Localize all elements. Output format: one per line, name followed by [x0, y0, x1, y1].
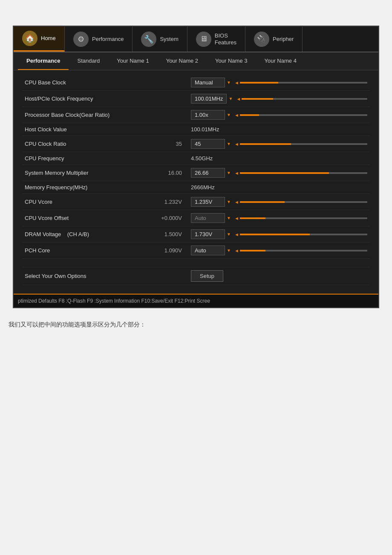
setting-label: CPU Vcore [22, 194, 150, 210]
nav-bios-features[interactable]: 🖥 BIOS Features [187, 26, 245, 52]
system-icon: 🔧 [141, 32, 156, 47]
performance-icon: ⚙ [73, 32, 89, 47]
value-display: Manual [191, 78, 225, 87]
setting-label: CPU Frequency [22, 152, 150, 165]
table-row: CPU Base Clock Manual ▼ ◄ [22, 75, 370, 91]
nav-home-label: Home [41, 35, 56, 42]
setting-value: 26.66 ▼ ◄ [188, 165, 370, 181]
value-display: Auto [191, 213, 225, 223]
nav-system[interactable]: 🔧 System [133, 26, 187, 52]
footer-paragraph: 我们又可以把中间的功能选项显示区分为几个部分： [9, 321, 383, 329]
content-tabs: Performance Standard Your Name 1 Your Na… [14, 52, 378, 70]
setup-button[interactable]: Setup [191, 270, 223, 282]
table-row-spacer [22, 259, 370, 267]
setting-label: Host/PCIe Clock Frequency [22, 91, 150, 107]
nav-system-label: System [160, 36, 178, 43]
select-label: Select Your Own Options [22, 267, 150, 285]
setting-label: Host Clock Value [22, 123, 150, 136]
setting-default: +0.000V [150, 210, 188, 226]
value-display: 1.235V [191, 197, 225, 207]
setting-label: System Memory Multiplier [22, 165, 150, 181]
setting-default [150, 267, 188, 285]
setting-label: Memory Frequency(MHz) [22, 181, 150, 194]
setting-value: 100.01MHz ▼ ◄ [188, 91, 370, 107]
top-nav: 🏠 Home ⚙ Performance 🔧 System 🖥 BIOS Fea… [14, 26, 378, 52]
setting-value: Auto ▼ ◄ [188, 210, 370, 226]
nav-home[interactable]: 🏠 Home [14, 26, 65, 52]
value-display: 45 [191, 139, 225, 149]
setting-label: PCH Core [22, 243, 150, 259]
table-row: Processor Base Clock(Gear Ratio) 1.00x ▼… [22, 107, 370, 123]
bottom-bar: ptimized Defaults F8 :Q-Flash F9 :System… [14, 294, 378, 307]
tab-performance[interactable]: Performance [18, 52, 69, 70]
setting-value: 1.730V ▼ ◄ [188, 226, 370, 243]
dropdown-icon[interactable]: ▼ [227, 171, 231, 175]
tab-your-name-3[interactable]: Your Name 3 [207, 52, 256, 70]
setting-default [150, 181, 188, 194]
setting-value: Setup [188, 267, 370, 285]
setting-default: 1.500V [150, 226, 188, 243]
setting-label: CPU Clock Ratio [22, 136, 150, 152]
setting-label: Processor Base Clock(Gear Ratio) [22, 107, 150, 123]
dropdown-icon[interactable]: ▼ [227, 232, 231, 237]
dropdown-icon[interactable]: ▼ [227, 113, 231, 117]
footer-text: 我们又可以把中间的功能选项显示区分为几个部分： [0, 321, 392, 329]
home-icon: 🏠 [22, 31, 37, 46]
dropdown-icon[interactable]: ▼ [227, 248, 231, 253]
table-row: CPU Clock Ratio 35 45 ▼ ◄ [22, 136, 370, 152]
dropdown-icon[interactable]: ▼ [227, 142, 231, 146]
setting-value: 2666MHz [188, 181, 370, 194]
setting-value: 45 ▼ ◄ [188, 136, 370, 152]
dropdown-icon[interactable]: ▼ [227, 216, 231, 220]
setting-default: 1.090V [150, 243, 188, 259]
bios-container: 🏠 Home ⚙ Performance 🔧 System 🖥 BIOS Fea… [13, 26, 379, 308]
table-row: Host/PCIe Clock Frequency 100.01MHz ▼ ◄ [22, 91, 370, 107]
nav-peripher-label: Peripher [273, 36, 294, 43]
main-content: CPU Base Clock Manual ▼ ◄ [14, 70, 378, 294]
table-row-select: Select Your Own Options Setup [22, 267, 370, 285]
value-readonly: 4.50GHz [191, 155, 213, 162]
table-row: DRAM Voltage (CH A/B) 1.500V 1.730V ▼ ◄ [22, 226, 370, 243]
tab-your-name-4[interactable]: Your Name 4 [256, 52, 305, 70]
tab-your-name-2[interactable]: Your Name 2 [158, 52, 207, 70]
table-row: CPU Frequency 4.50GHz [22, 152, 370, 165]
dropdown-icon[interactable]: ▼ [227, 199, 231, 204]
nav-performance-label: Performance [92, 36, 124, 43]
table-row: CPU Vcore Offset +0.000V Auto ▼ ◄ [22, 210, 370, 226]
table-row: Host Clock Value 100.01MHz [22, 123, 370, 136]
setting-default [150, 75, 188, 91]
setting-default [150, 107, 188, 123]
dropdown-icon[interactable]: ▼ [228, 96, 233, 101]
table-row: CPU Vcore 1.232V 1.235V ▼ ◄ [22, 194, 370, 210]
setting-label: DRAM Voltage (CH A/B) [22, 226, 150, 243]
setting-value: 1.235V ▼ ◄ [188, 194, 370, 210]
setting-default [150, 152, 188, 165]
tab-standard[interactable]: Standard [69, 52, 108, 70]
setting-label: CPU Base Clock [22, 75, 150, 91]
nav-performance[interactable]: ⚙ Performance [65, 26, 133, 52]
setting-default: 35 [150, 136, 188, 152]
table-row: Memory Frequency(MHz) 2666MHz [22, 181, 370, 194]
setting-default [150, 91, 188, 107]
value-display: 26.66 [191, 168, 225, 178]
setting-default [150, 123, 188, 136]
nav-peripher[interactable]: 🔌 Peripher [245, 26, 303, 52]
settings-table: CPU Base Clock Manual ▼ ◄ [22, 75, 370, 285]
table-row: System Memory Multiplier 16.00 26.66 ▼ ◄ [22, 165, 370, 181]
setting-value: 100.01MHz [188, 123, 370, 136]
setting-value: Manual ▼ ◄ [188, 75, 370, 91]
value-display: Auto [191, 246, 225, 255]
setting-value: Auto ▼ ◄ [188, 243, 370, 259]
bottom-bar-text: ptimized Defaults F8 :Q-Flash F9 :System… [18, 298, 210, 304]
setting-default: 1.232V [150, 194, 188, 210]
nav-bios-label2: Features [215, 39, 236, 46]
value-display: 1.00x [191, 110, 225, 120]
value-readonly: 100.01MHz [191, 126, 219, 133]
table-row: PCH Core 1.090V Auto ▼ ◄ [22, 243, 370, 259]
value-display: 1.730V [191, 229, 225, 239]
nav-bios-label1: BIOS [215, 32, 236, 39]
tab-your-name-1[interactable]: Your Name 1 [108, 52, 157, 70]
value-readonly: 2666MHz [191, 184, 215, 191]
setting-value: 4.50GHz [188, 152, 370, 165]
dropdown-icon[interactable]: ▼ [227, 80, 231, 85]
